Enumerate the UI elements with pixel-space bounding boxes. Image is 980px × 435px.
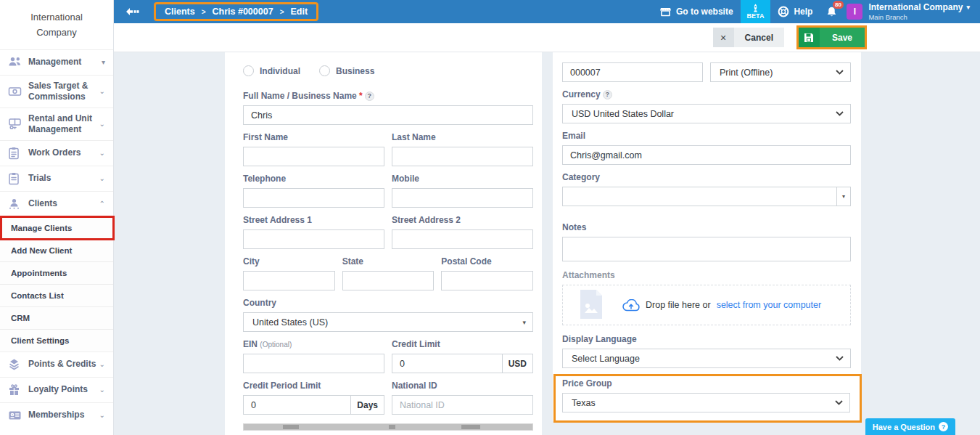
map-scrollbar-thumb[interactable]: [283, 425, 299, 429]
ein-input[interactable]: [243, 354, 384, 373]
caret-down-icon: ▾: [842, 193, 845, 200]
gift-icon: [8, 383, 25, 396]
submenu-item-manage-clients[interactable]: Manage Clients: [0, 216, 113, 239]
submenu-item-contacts-list[interactable]: Contacts List: [0, 284, 113, 306]
map-scrollbar-thumb[interactable]: [389, 425, 395, 429]
credit-period-limit-label: Credit Period Limit: [243, 381, 384, 391]
breadcrumb-client-name[interactable]: Chris #000007: [213, 7, 273, 17]
country-select[interactable]: United States (US) ▾: [243, 312, 533, 332]
category-label: Category: [562, 172, 851, 183]
chevron-down-icon: ⌄: [99, 411, 107, 419]
category-select[interactable]: ▾: [562, 187, 851, 206]
sidebar-item-label: Management: [25, 57, 102, 68]
sidebar-item-label: Trials: [25, 173, 99, 184]
help-label: Help: [794, 7, 812, 17]
select-from-computer-link[interactable]: select from your computer: [717, 300, 822, 310]
sidebar-item-label: Memberships: [25, 410, 99, 420]
first-name-label: First Name: [243, 132, 384, 143]
ein-optional-hint: (Optional): [260, 341, 292, 349]
postal-code-input[interactable]: [441, 271, 533, 290]
telephone-input[interactable]: [243, 188, 384, 208]
help-button[interactable]: Help: [770, 0, 820, 23]
first-name-input[interactable]: [243, 147, 384, 166]
commissions-icon: [8, 86, 25, 97]
beta-button[interactable]: BETA: [741, 0, 771, 23]
submenu-item-client-settings[interactable]: Client Settings: [0, 329, 113, 351]
go-to-website-button[interactable]: Go to website: [652, 0, 741, 23]
map-widget-edge: [243, 423, 533, 431]
attachments-label: Attachments: [562, 270, 851, 281]
chevron-down-icon: ⌄: [99, 149, 107, 157]
price-group-label: Price Group: [562, 378, 850, 389]
notifications-button[interactable]: 80: [820, 0, 847, 23]
invoicing-method-select[interactable]: Print (Offline): [710, 62, 851, 82]
full-name-input[interactable]: Chris: [243, 105, 533, 125]
sidebar-item-memberships[interactable]: Memberships ⌄: [0, 402, 113, 428]
credit-limit-input[interactable]: 0: [392, 354, 502, 373]
save-icon: [799, 28, 820, 47]
price-group-select[interactable]: Texas: [562, 393, 850, 412]
sidebar-item-label: Points & Credits: [25, 359, 99, 370]
sidebar-item-rental-unit[interactable]: Rental and Unit Management ⌄: [0, 107, 113, 140]
layers-icon: [8, 358, 25, 370]
client-settings-card: 000007 Print (Offline) Currency? USD Uni…: [553, 52, 861, 421]
notes-textarea[interactable]: [562, 237, 851, 261]
save-button[interactable]: Save: [799, 28, 865, 47]
last-name-input[interactable]: [392, 147, 533, 166]
sidebar-item-trials[interactable]: Trials ⌄: [0, 166, 113, 191]
display-language-label: Display Language: [562, 334, 851, 345]
sidebar-item-clients[interactable]: Clients ⌃: [0, 191, 113, 216]
invoicing-method-value: Print (Offline): [720, 68, 836, 78]
display-language-select[interactable]: Select Language: [562, 349, 851, 368]
breadcrumb-edit[interactable]: Edit: [290, 7, 308, 17]
collapse-sidebar-icon[interactable]: [114, 6, 144, 17]
drop-file-text: Drop file here or: [646, 300, 711, 310]
sidebar-item-points-credits[interactable]: Points & Credits ⌄: [0, 351, 113, 377]
city-input[interactable]: [243, 271, 335, 290]
notification-count-badge: 80: [833, 1, 844, 9]
avatar[interactable]: I: [847, 4, 862, 20]
company-menu[interactable]: International Company▾ Main Branch: [868, 2, 980, 20]
radio-circle-icon: [319, 65, 330, 76]
category-value[interactable]: [562, 187, 837, 206]
currency-select[interactable]: USD United States Dollar: [562, 104, 851, 123]
client-number-input[interactable]: 000007: [562, 62, 703, 82]
avatar-initial: I: [854, 7, 856, 17]
submenu-item-crm[interactable]: CRM: [0, 306, 113, 329]
email-input[interactable]: Chris@gmail.com: [562, 145, 851, 165]
attachments-dropzone[interactable]: Drop file here or select from your compu…: [562, 285, 851, 325]
have-a-question-label: Have a Question: [873, 423, 935, 431]
radio-label: Business: [336, 66, 374, 76]
have-a-question-button[interactable]: Have a Question ?: [865, 418, 955, 435]
sidebar-item-label: Rental and Unit Management: [25, 113, 99, 135]
help-badge-icon: ?: [365, 92, 374, 101]
orange-annotation-price-group: Price Group Texas: [553, 374, 862, 423]
id-card-icon: [8, 410, 25, 421]
submenu-item-appointments[interactable]: Appointments: [0, 261, 113, 284]
submenu-item-label: Appointments: [11, 269, 67, 277]
street-address-1-input[interactable]: [243, 229, 384, 249]
sidebar-item-work-orders[interactable]: Work Orders ⌄: [0, 140, 113, 166]
beta-label: BETA: [747, 13, 765, 20]
street-address-2-label: Street Address 2: [392, 215, 533, 226]
category-dropdown-button[interactable]: ▾: [837, 187, 851, 206]
breadcrumb-clients[interactable]: Clients: [165, 7, 195, 17]
national-id-input[interactable]: National ID: [392, 395, 533, 415]
caret-down-icon: ▾: [966, 4, 970, 12]
mobile-input[interactable]: [392, 188, 533, 208]
submenu-item-add-new-client[interactable]: Add New Client: [0, 239, 113, 261]
state-input[interactable]: [342, 271, 435, 290]
sidebar-item-loyalty-points[interactable]: Loyalty Points ⌄: [0, 377, 113, 402]
radio-business[interactable]: Business: [319, 65, 374, 76]
clients-icon: [8, 198, 25, 210]
sidebar-item-management[interactable]: Management ▾: [0, 49, 113, 75]
street-address-2-input[interactable]: [392, 229, 533, 249]
radio-individual[interactable]: Individual: [243, 65, 300, 76]
cancel-button[interactable]: × Cancel: [713, 28, 784, 47]
ein-label: EIN (Optional): [243, 339, 384, 350]
map-scrollbar-thumb[interactable]: [461, 425, 480, 429]
client-type-radios: Individual Business: [243, 65, 533, 76]
credit-period-limit-input[interactable]: 0: [243, 395, 350, 415]
sidebar-item-sales-target[interactable]: Sales Target & Commissions ⌄: [0, 75, 113, 107]
chevron-up-icon: ⌃: [99, 200, 107, 208]
